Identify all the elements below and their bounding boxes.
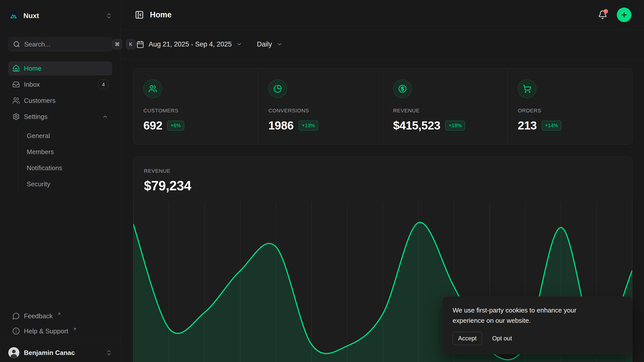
- stat-label: CUSTOMERS: [143, 108, 248, 114]
- search-icon: [13, 41, 20, 48]
- chevron-down-icon: [276, 41, 283, 47]
- stat-conversions[interactable]: CONVERSIONS 1986 +13%: [258, 68, 383, 144]
- sidebar-item-notifications[interactable]: Notifications: [18, 160, 112, 176]
- stat-value: 692: [143, 119, 162, 132]
- sidebar-nav: Home Inbox 4 Customers Settings: [8, 61, 112, 192]
- nuxt-logo-icon: [8, 11, 19, 21]
- chevron-down-icon: [236, 41, 242, 47]
- stat-customers[interactable]: CUSTOMERS 692 +6%: [133, 68, 258, 144]
- sidebar-footer: Feedback Help & Support: [8, 309, 112, 343]
- search-input-wrapper[interactable]: ⌘ K: [8, 37, 112, 51]
- sidebar-item-customers[interactable]: Customers: [8, 94, 112, 108]
- workspace-switcher[interactable]: Nuxt: [8, 10, 112, 22]
- chart-pie-icon: [268, 79, 287, 98]
- opt-out-button[interactable]: Opt out: [492, 335, 512, 342]
- message-circle-icon: [12, 312, 20, 320]
- circle-dollar-icon: [393, 79, 412, 98]
- users-icon: [12, 97, 20, 104]
- sidebar-item-home[interactable]: Home: [8, 61, 112, 75]
- stat-delta-badge: +18%: [445, 121, 465, 130]
- stat-value: 1986: [268, 119, 294, 132]
- sidebar-item-security[interactable]: Security: [18, 176, 112, 192]
- notifications-button[interactable]: [598, 10, 607, 19]
- sidebar-item-label: Home: [24, 65, 41, 72]
- stat-delta-badge: +14%: [542, 121, 561, 130]
- user-menu[interactable]: Benjamin Canac: [0, 343, 120, 362]
- external-link-icon: [73, 327, 77, 331]
- shopping-cart-icon: [518, 79, 536, 98]
- avatar: [8, 347, 19, 358]
- stats-cards: CUSTOMERS 692 +6% CONVERSIONS 1986 +13%: [133, 68, 632, 145]
- home-icon: [12, 65, 20, 72]
- gear-icon: [12, 113, 20, 120]
- external-link-icon: [57, 312, 61, 316]
- stat-value: $415,523: [393, 119, 440, 132]
- stat-label: REVENUE: [393, 108, 498, 114]
- info-circle-icon: [12, 327, 20, 335]
- period-select[interactable]: Daily: [257, 40, 283, 48]
- sidebar-item-label: Inbox: [24, 81, 40, 88]
- stat-value: 213: [518, 119, 537, 132]
- page-title: Home: [150, 10, 172, 19]
- filters-toolbar: Aug 21, 2025 - Sep 4, 2025 Daily: [121, 30, 644, 59]
- sidebar-item-members[interactable]: Members: [18, 144, 112, 160]
- calendar-icon: [136, 40, 144, 48]
- users-icon: [143, 79, 162, 98]
- date-range-picker[interactable]: Aug 21, 2025 - Sep 4, 2025: [136, 40, 242, 48]
- stat-orders[interactable]: ORDERS 213 +14%: [507, 68, 632, 144]
- stat-label: ORDERS: [518, 108, 622, 114]
- chevrons-up-down-icon[interactable]: [106, 13, 112, 19]
- panel-left-close-icon[interactable]: [135, 10, 144, 19]
- chevrons-up-down-icon: [106, 349, 112, 356]
- settings-submenu: General Members Notifications Security: [18, 128, 112, 192]
- cookie-message: We use first-party cookies to enhance yo…: [453, 305, 601, 326]
- sidebar-item-settings[interactable]: Settings: [8, 110, 112, 124]
- revenue-chart-label: REVENUE: [144, 168, 622, 174]
- add-button[interactable]: [617, 8, 631, 22]
- sidebar-item-label: Feedback: [24, 312, 53, 320]
- stat-delta-badge: +6%: [167, 121, 184, 130]
- sidebar-item-label: Help & Support: [24, 327, 68, 335]
- page-header: Home: [121, 0, 644, 30]
- inbox-icon: [12, 81, 20, 88]
- sidebar-item-label: Settings: [24, 113, 48, 121]
- notification-dot: [603, 9, 608, 14]
- cookie-banner: We use first-party cookies to enhance yo…: [442, 296, 632, 354]
- chevron-up-icon[interactable]: [102, 114, 108, 120]
- accept-cookies-button[interactable]: Accept: [453, 332, 482, 345]
- search-input[interactable]: [24, 40, 108, 48]
- sidebar-item-help-support[interactable]: Help & Support: [8, 324, 112, 338]
- sidebar-item-general[interactable]: General: [18, 128, 112, 144]
- stat-label: CONVERSIONS: [268, 108, 373, 114]
- period-value: Daily: [257, 40, 272, 48]
- sidebar-item-inbox[interactable]: Inbox 4: [8, 77, 112, 92]
- sidebar: Nuxt ⌘ K Home Inbo: [0, 0, 121, 362]
- user-name: Benjamin Canac: [24, 349, 101, 357]
- sidebar-item-feedback[interactable]: Feedback: [8, 309, 112, 323]
- stat-delta-badge: +13%: [299, 121, 318, 130]
- revenue-chart-value: $79,234: [144, 178, 622, 193]
- plus-icon: [620, 11, 628, 19]
- date-range-value: Aug 21, 2025 - Sep 4, 2025: [149, 40, 232, 48]
- sidebar-item-label: Customers: [24, 97, 56, 105]
- brand-name: Nuxt: [23, 12, 101, 20]
- stat-revenue[interactable]: REVENUE $415,523 +18%: [383, 68, 508, 144]
- inbox-count-badge: 4: [99, 80, 108, 89]
